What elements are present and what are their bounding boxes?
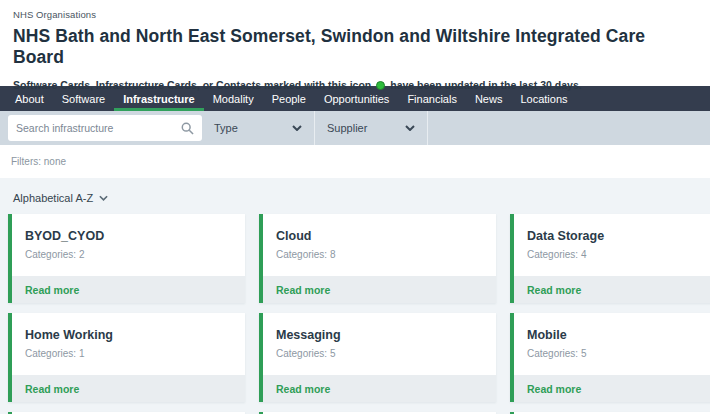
read-more-button[interactable]: Read more bbox=[263, 375, 496, 402]
read-more-button[interactable]: Read more bbox=[514, 276, 710, 303]
page-title: NHS Bath and North East Somerset, Swindo… bbox=[13, 26, 697, 68]
tab-people[interactable]: People bbox=[263, 86, 315, 111]
type-dropdown-label: Type bbox=[214, 122, 238, 134]
card-categories: Categories: 5 bbox=[276, 348, 486, 359]
card-categories: Categories: 4 bbox=[527, 249, 710, 260]
supplier-dropdown-label: Supplier bbox=[327, 122, 367, 134]
tab-opportunities[interactable]: Opportunities bbox=[315, 86, 398, 111]
supplier-dropdown[interactable]: Supplier bbox=[315, 111, 428, 145]
chevron-down-icon bbox=[99, 195, 108, 201]
read-more-button[interactable]: Read more bbox=[514, 375, 710, 402]
breadcrumb[interactable]: NHS Organisations bbox=[13, 9, 697, 20]
search-icon[interactable] bbox=[181, 122, 194, 135]
card-categories: Categories: 8 bbox=[276, 249, 486, 260]
tab-locations[interactable]: Locations bbox=[511, 86, 576, 111]
read-more-label: Read more bbox=[25, 383, 79, 395]
org-tab-bar: About Software Infrastructure Modality P… bbox=[0, 86, 710, 111]
card-mobile: Mobile Categories: 5 Read more bbox=[510, 313, 710, 402]
card-messaging: Messaging Categories: 5 Read more bbox=[259, 313, 496, 402]
read-more-label: Read more bbox=[527, 284, 581, 296]
card-categories: Categories: 1 bbox=[25, 348, 235, 359]
tab-financials[interactable]: Financials bbox=[398, 86, 466, 111]
card-title: Messaging bbox=[276, 328, 486, 342]
filter-bar: Type Supplier bbox=[0, 111, 710, 145]
read-more-button[interactable]: Read more bbox=[263, 276, 496, 303]
chevron-down-icon bbox=[292, 125, 302, 131]
type-dropdown[interactable]: Type bbox=[202, 111, 315, 145]
tab-infrastructure[interactable]: Infrastructure bbox=[114, 86, 204, 111]
chevron-down-icon bbox=[405, 125, 415, 131]
sort-control[interactable]: Alphabetical A-Z bbox=[0, 178, 710, 204]
card-title: Home Working bbox=[25, 328, 235, 342]
card-home-working: Home Working Categories: 1 Read more bbox=[8, 313, 245, 402]
results-section: Alphabetical A-Z BYOD_CYOD Categories: 2… bbox=[0, 178, 710, 414]
card-title: Mobile bbox=[527, 328, 710, 342]
active-filters-row: Filters: none bbox=[0, 145, 710, 178]
tab-modality[interactable]: Modality bbox=[204, 86, 263, 111]
read-more-label: Read more bbox=[25, 284, 79, 296]
tab-software[interactable]: Software bbox=[53, 86, 114, 111]
tab-about[interactable]: About bbox=[6, 86, 53, 111]
card-title: Cloud bbox=[276, 229, 486, 243]
card-cloud: Cloud Categories: 8 Read more bbox=[259, 214, 496, 303]
read-more-label: Read more bbox=[276, 383, 330, 395]
read-more-label: Read more bbox=[527, 383, 581, 395]
card-categories: Categories: 2 bbox=[25, 249, 235, 260]
read-more-button[interactable]: Read more bbox=[12, 276, 245, 303]
card-data-storage: Data Storage Categories: 4 Read more bbox=[510, 214, 710, 303]
read-more-button[interactable]: Read more bbox=[12, 375, 245, 402]
card-title: Data Storage bbox=[527, 229, 710, 243]
card-categories: Categories: 5 bbox=[527, 348, 710, 359]
filters-summary: Filters: none bbox=[11, 156, 66, 167]
card-title: BYOD_CYOD bbox=[25, 229, 235, 243]
read-more-label: Read more bbox=[276, 284, 330, 296]
tab-news[interactable]: News bbox=[466, 86, 512, 111]
search-input[interactable] bbox=[16, 122, 175, 134]
infrastructure-card-grid: BYOD_CYOD Categories: 2 Read more Cloud … bbox=[8, 214, 710, 414]
card-byod-cyod: BYOD_CYOD Categories: 2 Read more bbox=[8, 214, 245, 303]
page-header: NHS Organisations NHS Bath and North Eas… bbox=[0, 0, 710, 86]
sort-label: Alphabetical A-Z bbox=[13, 192, 93, 204]
search-box[interactable] bbox=[8, 115, 202, 141]
